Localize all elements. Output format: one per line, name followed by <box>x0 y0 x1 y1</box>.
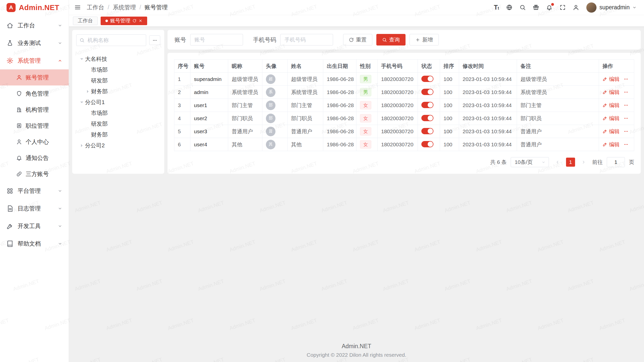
page-size-select[interactable]: 10条/页 <box>511 157 549 167</box>
edit-button[interactable]: 编辑 <box>602 128 620 135</box>
cell-account: user1 <box>190 99 228 112</box>
tree-node[interactable]: 市场部 <box>76 64 160 75</box>
close-icon[interactable] <box>139 19 142 23</box>
tab[interactable]: 工作台 <box>73 17 98 25</box>
prev-page-button[interactable] <box>553 158 562 167</box>
cell-phone: 18020030720 <box>378 138 418 151</box>
sidebar-item-label: 工作台 <box>18 22 58 29</box>
cell-remark: 普通用户 <box>517 125 599 138</box>
cell-name: 普通用户 <box>288 125 323 138</box>
query-button[interactable]: 查询 <box>376 34 406 46</box>
accounts-table: 序号账号昵称头像姓名出生日期性别手机号码状态排序修改时间备注操作 1 super… <box>174 59 634 151</box>
more-actions-icon[interactable] <box>624 103 628 108</box>
sidebar-subitem[interactable]: 职位管理 <box>0 118 69 134</box>
edit-button[interactable]: 编辑 <box>602 102 620 109</box>
sidebar-item[interactable]: 业务测试 <box>0 34 69 52</box>
breadcrumb-item[interactable]: 工作台 <box>87 4 104 11</box>
status-toggle[interactable] <box>421 115 433 121</box>
cell-status <box>418 99 440 112</box>
tree-node-label: 市场部 <box>91 109 108 117</box>
cell-modified: 2023-01-03 10:59:44 <box>459 112 517 125</box>
sidebar-subitem[interactable]: 个人中心 <box>0 134 69 150</box>
locale-icon[interactable] <box>506 4 512 11</box>
tree-node[interactable]: 财务部 <box>76 86 160 97</box>
cell-actions: 编辑 <box>599 86 634 99</box>
chevron-left-icon <box>555 160 560 164</box>
tree-node[interactable]: 大名科技 <box>76 54 160 64</box>
sidebar: A Admin.NET 工作台业务测试系统管理账号管理角色管理机构管理职位管理个… <box>0 0 69 362</box>
phone-filter-input[interactable] <box>280 34 333 46</box>
org-search-input[interactable] <box>76 34 146 46</box>
edit-button[interactable]: 编辑 <box>602 115 620 122</box>
tree-node[interactable]: 研发部 <box>76 75 160 86</box>
caret-right-icon[interactable] <box>84 88 91 95</box>
tree-node[interactable]: 财务部 <box>76 129 160 140</box>
footer: Admin.NET Copyright © 2022 Dilon All rig… <box>69 343 644 358</box>
sidebar-subitem[interactable]: 账号管理 <box>0 69 69 85</box>
org-more-button[interactable] <box>149 35 160 45</box>
status-toggle[interactable] <box>421 141 433 147</box>
breadcrumb-separator: / <box>108 4 109 11</box>
caret-right-icon[interactable] <box>78 142 85 149</box>
caret-down-icon[interactable] <box>78 56 85 62</box>
cell-gender: 女 <box>356 125 378 138</box>
breadcrumb-item[interactable]: 系统管理 <box>113 4 136 11</box>
tree-node-label: 市场部 <box>91 66 108 74</box>
sidebar-item[interactable]: 工作台 <box>0 17 69 34</box>
more-actions-icon[interactable] <box>624 129 628 134</box>
more-actions-icon[interactable] <box>624 77 628 81</box>
tree-node[interactable]: 研发部 <box>76 118 160 129</box>
profile-icon[interactable] <box>573 4 579 11</box>
sidebar-item[interactable]: 系统管理 <box>0 52 69 69</box>
next-page-button[interactable] <box>579 158 588 167</box>
sidebar-item[interactable]: 平台管理 <box>0 182 69 200</box>
sidebar-item[interactable]: 日志管理 <box>0 200 69 217</box>
caret-down-icon[interactable] <box>78 99 85 106</box>
page-1-button[interactable]: 1 <box>566 158 575 167</box>
refresh-icon[interactable] <box>133 19 136 23</box>
edit-button[interactable]: 编辑 <box>602 89 620 96</box>
hamburger-icon[interactable] <box>74 4 81 11</box>
tree-node[interactable]: 市场部 <box>76 108 160 118</box>
column-header: 修改时间 <box>459 60 517 73</box>
sidebar-subitem[interactable]: 通知公告 <box>0 150 69 166</box>
edit-button[interactable]: 编辑 <box>602 76 620 83</box>
more-actions-icon[interactable] <box>624 90 628 95</box>
sidebar-subitem[interactable]: 三方账号 <box>0 166 69 182</box>
cell-sort: 100 <box>440 112 459 125</box>
sidebar-subitem[interactable]: 角色管理 <box>0 85 69 102</box>
user-menu[interactable]: superadmin <box>586 2 636 13</box>
sidebar-item[interactable]: 帮助文档 <box>0 235 69 252</box>
breadcrumb: 工作台/系统管理/账号管理 <box>87 4 168 11</box>
breadcrumb-item[interactable]: 账号管理 <box>145 4 168 11</box>
bell-icon[interactable] <box>546 4 552 11</box>
reset-button[interactable]: 重置 <box>343 34 372 46</box>
sidebar-item[interactable]: 开发工具 <box>0 217 69 235</box>
tab-label: 账号管理 <box>110 17 130 24</box>
gift-icon[interactable] <box>533 4 539 11</box>
cell-index: 2 <box>174 86 190 99</box>
more-actions-icon[interactable] <box>624 116 628 121</box>
tree-node[interactable]: 分公司2 <box>76 140 160 151</box>
edit-button[interactable]: 编辑 <box>602 141 620 148</box>
user-avatar <box>586 2 597 13</box>
status-toggle[interactable] <box>421 102 433 108</box>
more-actions-icon[interactable] <box>624 142 628 147</box>
account-filter-input[interactable] <box>190 34 243 46</box>
page-size-value: 10条/页 <box>515 159 533 166</box>
add-button[interactable]: 新增 <box>410 34 439 46</box>
sidebar-subitem-label: 个人中心 <box>26 138 49 146</box>
tab[interactable]: 账号管理 <box>101 17 147 25</box>
status-toggle[interactable] <box>421 89 433 95</box>
tree-node[interactable]: 分公司1 <box>76 97 160 108</box>
cell-index: 5 <box>174 125 190 138</box>
status-toggle[interactable] <box>421 128 433 134</box>
font-size-icon[interactable]: Tt <box>494 4 499 11</box>
app-logo[interactable]: A Admin.NET <box>0 0 69 15</box>
edit-label: 编辑 <box>609 141 620 148</box>
search-icon[interactable] <box>519 4 526 11</box>
goto-page-input[interactable] <box>607 157 625 167</box>
sidebar-subitem[interactable]: 机构管理 <box>0 102 69 118</box>
status-toggle[interactable] <box>421 76 433 82</box>
fullscreen-icon[interactable] <box>559 4 566 11</box>
